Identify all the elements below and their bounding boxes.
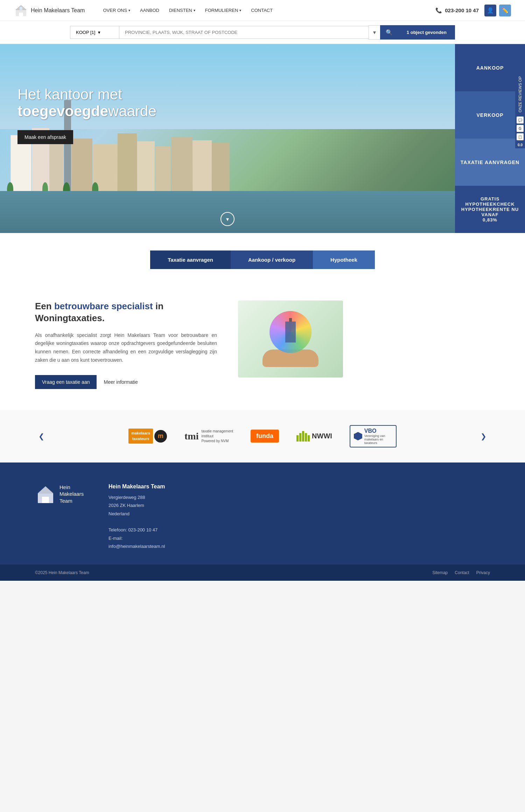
specialist-text: Een betrouwbare specialist inWoningtaxat… bbox=[35, 301, 217, 389]
side-review-icons: 💬 G 📋 bbox=[515, 115, 525, 142]
partners-carousel: ❮ makelaars taxateurs m tmi bbox=[35, 428, 490, 445]
footer-bottom: ©2025 Hein Makelaars Team Sitemap Contac… bbox=[0, 565, 525, 581]
hero-title-bold: toegevoegde bbox=[18, 103, 108, 120]
phone-number: 📞 023-200 10 47 bbox=[435, 7, 479, 14]
specialist-body: Als onafhankelijk specialist zorgt Hein … bbox=[35, 331, 217, 365]
hero-section: Het kantoor met toegevoegde waarde Maak … bbox=[0, 44, 525, 233]
side-reviews-bar: ONZE REVIEWS OP 💬 G 📋 0.0 bbox=[515, 72, 525, 148]
navbar: Hein Makelaars Team OVER ONS ▾ AANBOD DI… bbox=[0, 0, 525, 21]
footer-logo: Hein Makelaars Team bbox=[35, 483, 88, 504]
footer-link-sitemap[interactable]: Sitemap bbox=[432, 570, 448, 575]
specialist-image bbox=[238, 301, 343, 377]
side-reviews-label: ONZE REVIEWS OP bbox=[518, 73, 522, 115]
panel-hypotheek[interactable]: GRATIS HYPOTHEEKCHECK HYPOTHEEKRENTE NU … bbox=[455, 186, 525, 233]
globe bbox=[270, 311, 312, 353]
svg-rect-4 bbox=[20, 7, 22, 10]
carousel-prev-button[interactable]: ❮ bbox=[35, 429, 48, 444]
footer-logo-text: Hein Makelaars Team bbox=[59, 484, 88, 504]
chevron-down-icon: ▾ bbox=[239, 8, 241, 12]
nav-contact[interactable]: CONTACT bbox=[247, 5, 277, 16]
svg-rect-2 bbox=[19, 13, 23, 16]
hero-image: Het kantoor met toegevoegde waarde Maak … bbox=[0, 44, 455, 233]
partners-logos: makelaars taxateurs m tmi taxatie manage… bbox=[62, 428, 463, 445]
nav-links: OVER ONS ▾ AANBOD DIENSTEN ▾ FORMULIEREN… bbox=[99, 5, 435, 16]
specialist-actions: Vraag een taxatie aan Meer informatie bbox=[35, 375, 217, 389]
carousel-next-button[interactable]: ❯ bbox=[477, 429, 490, 444]
review-google-icon[interactable]: G bbox=[517, 125, 524, 132]
btn-hypotheek[interactable]: Hypotheek bbox=[313, 250, 375, 269]
user-icon-button[interactable]: 👤 bbox=[484, 5, 496, 16]
panel-aankoop[interactable]: AANKOOP bbox=[455, 44, 525, 91]
hero-cta-button[interactable]: Maak een afspraak bbox=[18, 130, 73, 144]
specialist-section: Een betrouwbare specialist inWoningtaxat… bbox=[0, 287, 525, 410]
footer-link-contact[interactable]: Contact bbox=[455, 570, 469, 575]
footer-bottom-links: Sitemap Contact Privacy bbox=[432, 570, 490, 575]
partner-logo-nwwi: NWWI bbox=[296, 428, 332, 445]
panel-verkoop[interactable]: VERKOOP bbox=[455, 91, 525, 139]
svg-marker-6 bbox=[38, 486, 53, 493]
globe-hand-illustration bbox=[262, 311, 318, 367]
search-bar: KOOP [1] ▾ ▾ 🔍 1 object gevonden bbox=[0, 21, 525, 44]
footer-logo-icon bbox=[35, 483, 56, 504]
hero-scroll-button[interactable]: ▾ bbox=[220, 212, 234, 226]
partner-logo-tmi: tmi taxatie management instituut Powered… bbox=[184, 428, 233, 445]
hero-text: Het kantoor met toegevoegde waarde Maak … bbox=[18, 86, 156, 144]
panel-taxatie[interactable]: TAXATIE AANVRAGEN bbox=[455, 139, 525, 186]
search-button[interactable]: 🔍 bbox=[380, 25, 398, 40]
footer: Hein Makelaars Team Hein Makelaars Team … bbox=[0, 463, 525, 565]
phone-icon: 📞 bbox=[435, 7, 442, 14]
edit-icon-button[interactable]: ✏️ bbox=[499, 5, 511, 16]
review-other-icon[interactable]: 📋 bbox=[517, 133, 524, 140]
copyright: ©2025 Hein Makelaars Team bbox=[35, 570, 89, 575]
btn-taxatie-aanvragen[interactable]: Taxatie aanvragen bbox=[150, 250, 231, 269]
nav-over-ons[interactable]: OVER ONS ▾ bbox=[99, 5, 134, 16]
nav-aanbod[interactable]: AANBOD bbox=[136, 5, 163, 16]
hero-title-end: waarde bbox=[108, 103, 156, 120]
specialist-title: Een betrouwbare specialist inWoningtaxat… bbox=[35, 301, 217, 324]
service-buttons-section: Taxatie aanvragen Aankoop / verkoop Hypo… bbox=[0, 233, 525, 287]
nwwi-text: NWWI bbox=[312, 432, 332, 440]
side-rating: 0.0 bbox=[518, 143, 523, 147]
btn-meer-informatie[interactable]: Meer informatie bbox=[104, 379, 138, 385]
globe-building bbox=[285, 322, 296, 343]
nav-formulieren[interactable]: FORMULIEREN ▾ bbox=[201, 5, 246, 16]
footer-info: Hein Makelaars Team Vergierdeweg 288 202… bbox=[108, 483, 490, 551]
search-result: 1 object gevonden bbox=[398, 25, 455, 40]
svg-rect-7 bbox=[42, 497, 49, 503]
btn-vraag-taxatie[interactable]: Vraag een taxatie aan bbox=[35, 375, 97, 389]
hero-title-line1: Het kantoor met bbox=[18, 86, 156, 103]
btn-aankoop-verkoop[interactable]: Aankoop / verkoop bbox=[231, 250, 313, 269]
search-input[interactable] bbox=[119, 26, 369, 38]
logo[interactable]: Hein Makelaars Team bbox=[14, 3, 85, 17]
footer-link-privacy[interactable]: Privacy bbox=[476, 570, 490, 575]
partners-section: ❮ makelaars taxateurs m tmi bbox=[0, 410, 525, 463]
logo-icon bbox=[14, 3, 28, 17]
hero-right-panel: AANKOOP VERKOOP TAXATIE AANVRAGEN GRATIS… bbox=[455, 44, 525, 233]
partner-logo-funda: funda bbox=[251, 428, 279, 445]
chevron-down-icon: ▾ bbox=[128, 8, 130, 12]
nav-diensten[interactable]: DIENSTEN ▾ bbox=[165, 5, 200, 16]
partner-logo-mvt: makelaars taxateurs m bbox=[128, 428, 167, 445]
chevron-down-icon: ▾ bbox=[98, 30, 100, 35]
partner-logo-vbo: VBO Vereniging van makelaars en taxateur… bbox=[350, 428, 397, 445]
navbar-icons: 👤 ✏️ bbox=[484, 5, 511, 16]
vbo-hex-icon bbox=[354, 432, 362, 440]
search-input-wrap bbox=[119, 26, 369, 39]
footer-email-link[interactable]: info@heinmakelaarsteam.nl bbox=[108, 544, 165, 549]
logo-text: Hein Makelaars Team bbox=[31, 7, 85, 14]
review-chat-icon[interactable]: 💬 bbox=[517, 116, 524, 123]
chevron-down-icon: ▾ bbox=[194, 8, 195, 12]
search-select-button[interactable]: ▾ bbox=[369, 25, 380, 40]
search-type-dropdown[interactable]: KOOP [1] ▾ bbox=[70, 26, 119, 39]
